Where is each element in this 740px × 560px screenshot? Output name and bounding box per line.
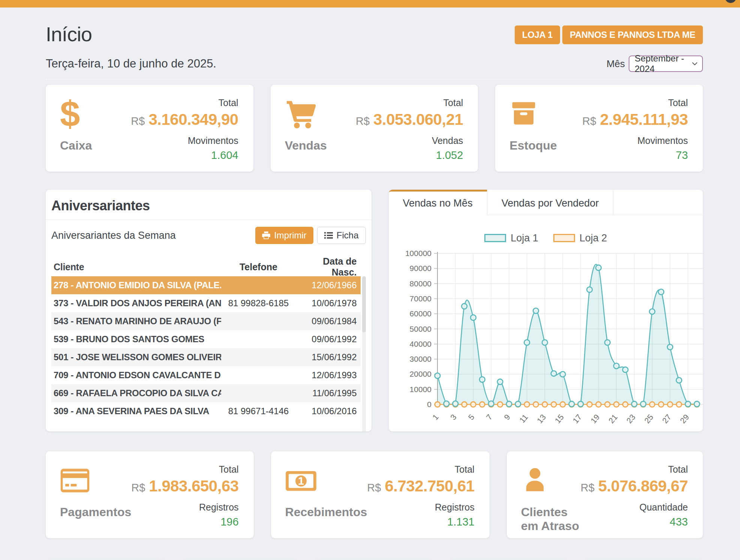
legend-loja1[interactable]: Loja 1	[484, 232, 538, 244]
month-select-value: September - 2024	[635, 53, 687, 74]
svg-text:29: 29	[678, 413, 691, 425]
svg-text:15: 15	[553, 413, 565, 425]
company-button[interactable]: PANNOS E PANNOS LTDA ME	[562, 25, 703, 44]
avatar[interactable]	[725, 0, 736, 3]
svg-text:1: 1	[298, 475, 304, 487]
svg-text:17: 17	[571, 413, 583, 425]
birthdays-subtitle: Aniversariantes da Semana	[51, 230, 176, 241]
svg-text:30000: 30000	[409, 355, 431, 363]
birthday-row[interactable]: 278 - ANTONIO EMIDIO DA SILVA (PALE... 1…	[51, 276, 361, 294]
vendas-card: Vendas Total R$ 3.053.060,21 Vendas 1.05…	[271, 85, 478, 172]
current-date: Terça-feira, 10 de junho de 2025.	[46, 57, 216, 70]
count-value: 196	[220, 516, 238, 528]
svg-text:100000: 100000	[405, 249, 431, 258]
page-title: Início	[46, 22, 92, 46]
person-icon	[521, 462, 581, 499]
birthdays-panel: Aniversariantes Aniversariantes da Seman…	[46, 190, 371, 431]
total-amount: R$ 6.732.750,61	[367, 477, 474, 495]
month-label: Mês	[607, 58, 625, 70]
svg-text:60000: 60000	[409, 309, 431, 318]
count-label: Registros	[435, 502, 475, 513]
list-icon	[324, 232, 333, 239]
pagamentos-card: Pagamentos Total R$ 1.983.650,63 Registr…	[46, 451, 254, 538]
sales-chart: 0100002000030000400005000060000700008000…	[389, 246, 703, 431]
count-label: Movimentos	[188, 135, 238, 146]
count-value: 433	[670, 516, 688, 528]
count-label: Registros	[199, 502, 239, 513]
svg-text:80000: 80000	[409, 279, 431, 288]
ficha-button[interactable]: Ficha	[317, 227, 366, 244]
table-scrollbar[interactable]	[362, 276, 366, 431]
total-label: Total	[443, 97, 463, 108]
print-button[interactable]: Imprimir	[255, 227, 313, 244]
birthday-row[interactable]: 539 - BRUNO DOS SANTOS GOMES 09/06/1992	[51, 330, 361, 348]
svg-text:90000: 90000	[409, 264, 431, 273]
svg-text:40000: 40000	[409, 340, 431, 348]
clientes-em-atraso-card: Clientes em Atraso Total R$ 5.076.869,67…	[507, 451, 703, 538]
tab-vendas-no-mes[interactable]: Vendas no Mês	[389, 190, 487, 215]
svg-text:3: 3	[448, 413, 458, 422]
card-label: Estoque	[509, 139, 557, 153]
total-amount: R$ 1.983.650,63	[131, 477, 238, 495]
total-amount: R$ 3.053.060,21	[356, 111, 463, 129]
chevron-down-icon	[692, 61, 698, 66]
summary-cards-top: $ Caixa Total R$ 3.160.349,90 Movimentos…	[46, 85, 703, 172]
printer-icon	[262, 231, 270, 240]
svg-text:0: 0	[427, 400, 431, 409]
total-amount: R$ 5.076.869,67	[581, 477, 688, 495]
box-icon	[509, 95, 557, 133]
count-label: Quantidade	[640, 502, 688, 513]
credit-card-icon	[60, 462, 131, 499]
birthday-row[interactable]: 669 - RAFAELA PROCOPIO DA SILVA CA... 11…	[51, 384, 361, 402]
svg-text:9: 9	[502, 413, 511, 422]
divider	[46, 220, 371, 220]
chart-legend: Loja 1 Loja 2	[389, 233, 703, 243]
dollar-icon: $	[60, 95, 92, 133]
cart-icon	[285, 95, 327, 133]
svg-text:27: 27	[660, 413, 673, 425]
sales-panel: Vendas no Mês Vendas por Vendedor Loja 1…	[389, 190, 703, 431]
card-label: Caixa	[60, 139, 92, 153]
topbar	[0, 0, 740, 7]
svg-text:11: 11	[518, 413, 530, 424]
total-amount: R$ 3.160.349,90	[131, 111, 238, 129]
svg-text:13: 13	[535, 413, 547, 425]
birthdays-table: Cliente Telefone Data de Nasc. 278 - ANT…	[51, 258, 366, 420]
loja1-swatch	[484, 234, 506, 242]
total-label: Total	[668, 97, 688, 108]
header-buttons: LOJA 1 PANNOS E PANNOS LTDA ME	[515, 25, 703, 44]
estoque-card: Estoque Total R$ 2.945.111,93 Movimentos…	[495, 85, 703, 172]
svg-text:50000: 50000	[409, 325, 431, 333]
recebimentos-card: 1 Recebimentos Total R$ 6.732.750,61 Reg…	[271, 451, 490, 538]
count-value: 1.604	[211, 149, 238, 162]
birthdays-title: Aniversariantes	[51, 198, 366, 214]
count-value: 1.131	[447, 516, 475, 528]
tab-vendas-por-vendedor[interactable]: Vendas por Vendedor	[487, 190, 614, 215]
svg-text:1: 1	[430, 413, 440, 422]
total-label: Total	[219, 97, 238, 108]
svg-text:25: 25	[643, 413, 655, 425]
svg-text:20000: 20000	[409, 370, 431, 378]
birthday-row[interactable]: 501 - JOSE WELISSON GOMES OLIVEIR... 15/…	[51, 348, 361, 366]
total-amount: R$ 2.945.111,93	[582, 111, 688, 129]
birthday-row[interactable]: 543 - RENATO MARINHO DE ARAUJO (F... 09/…	[51, 312, 361, 330]
store-button[interactable]: LOJA 1	[515, 25, 560, 44]
svg-text:19: 19	[589, 413, 601, 425]
total-label: Total	[219, 464, 239, 475]
banknote-icon: 1	[285, 462, 367, 499]
total-label: Total	[668, 464, 688, 475]
count-label: Movimentos	[637, 135, 688, 146]
svg-text:21: 21	[607, 413, 619, 425]
loja2-swatch	[553, 234, 575, 242]
birthday-row[interactable]: 709 - ANTONIO EDSON CAVALCANTE D... 12/0…	[51, 366, 361, 384]
month-select[interactable]: September - 2024	[629, 55, 703, 72]
card-label: Recebimentos	[285, 505, 367, 519]
legend-loja2[interactable]: Loja 2	[553, 232, 607, 244]
birthday-row[interactable]: 373 - VALDIR DOS ANJOS PEREIRA (AN... 81…	[51, 294, 361, 312]
summary-cards-bottom: Pagamentos Total R$ 1.983.650,63 Registr…	[46, 451, 703, 538]
card-label: Vendas	[285, 139, 327, 153]
caixa-card: $ Caixa Total R$ 3.160.349,90 Movimentos…	[46, 85, 253, 172]
birthday-row[interactable]: 309 - ANA SEVERINA PAES DA SILVA 81 9967…	[51, 402, 361, 420]
svg-text:10000: 10000	[409, 385, 431, 394]
total-label: Total	[455, 464, 475, 475]
